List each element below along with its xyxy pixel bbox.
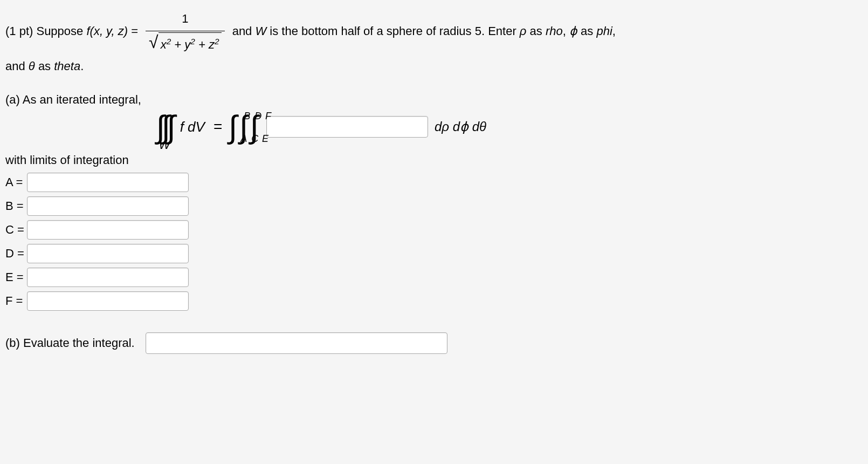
- limit-input-D[interactable]: [27, 244, 189, 263]
- limit-row-C: C =: [5, 220, 863, 240]
- limit-label-C: C =: [5, 223, 27, 237]
- sqrt-content: x2 + y2 + z2: [159, 32, 222, 56]
- part-b-label: (b) Evaluate the integral.: [5, 336, 135, 350]
- fraction: 1 √ x2 + y2 + z2: [146, 8, 224, 56]
- limit-label-D: D =: [5, 247, 27, 261]
- sqrt-icon: √: [149, 33, 159, 51]
- points-text: (1 pt) Suppose: [5, 24, 86, 38]
- integral-expression: ∫∫∫ W f dV = ∫ B A ∫ D C ∫ F E dρ dϕ dθ: [156, 111, 863, 142]
- phi-symbol: ϕ: [569, 24, 577, 38]
- limit-input-F[interactable]: [27, 291, 189, 311]
- part-a-label: (a) As an iterated integral,: [5, 93, 863, 107]
- integral-inner: ∫ F E: [250, 111, 259, 142]
- problem-statement: (1 pt) Suppose f(x, y, z) = 1 √ x2 + y2 …: [5, 8, 863, 77]
- bound-F: F: [265, 111, 271, 121]
- integrand-input[interactable]: [266, 116, 428, 138]
- limit-row-A: A =: [5, 173, 863, 192]
- limit-label-B: B =: [5, 199, 27, 213]
- limit-row-E: E =: [5, 268, 863, 287]
- limit-row-F: F =: [5, 291, 863, 311]
- triple-integral: ∫∫∫ W: [156, 111, 173, 142]
- phi-word: phi: [596, 24, 612, 38]
- limit-input-A[interactable]: [27, 173, 189, 192]
- region-subscript: W: [159, 138, 170, 152]
- limits-heading: with limits of integration: [5, 153, 863, 167]
- fraction-denominator: √ x2 + y2 + z2: [146, 31, 224, 56]
- integrand: f dV: [180, 119, 205, 135]
- bound-E: E: [262, 134, 268, 144]
- theta-symbol: θ: [29, 59, 35, 73]
- fraction-numerator: 1: [146, 8, 224, 31]
- radius-value: 5: [475, 24, 481, 38]
- region-W: W: [255, 24, 266, 38]
- evaluate-input[interactable]: [146, 332, 447, 354]
- limit-label-A: A =: [5, 175, 27, 189]
- limit-row-D: D =: [5, 244, 863, 263]
- rho-word: rho: [546, 24, 563, 38]
- limit-label-E: E =: [5, 270, 27, 284]
- part-b: (b) Evaluate the integral.: [5, 332, 863, 354]
- limit-input-B[interactable]: [27, 196, 189, 216]
- limit-row-B: B =: [5, 196, 863, 216]
- integral-middle: ∫ D C: [239, 111, 248, 142]
- differentials: dρ dϕ dθ: [435, 119, 486, 134]
- equals-sign: =: [213, 118, 222, 135]
- function-fxyz: f(x, y, z): [86, 24, 128, 38]
- theta-word: theta: [54, 59, 80, 73]
- integral-outer: ∫ B A: [229, 111, 237, 142]
- limit-input-E[interactable]: [27, 268, 189, 287]
- limit-input-C[interactable]: [27, 220, 189, 240]
- limit-label-F: F =: [5, 294, 27, 308]
- rho-symbol: ρ: [520, 24, 527, 38]
